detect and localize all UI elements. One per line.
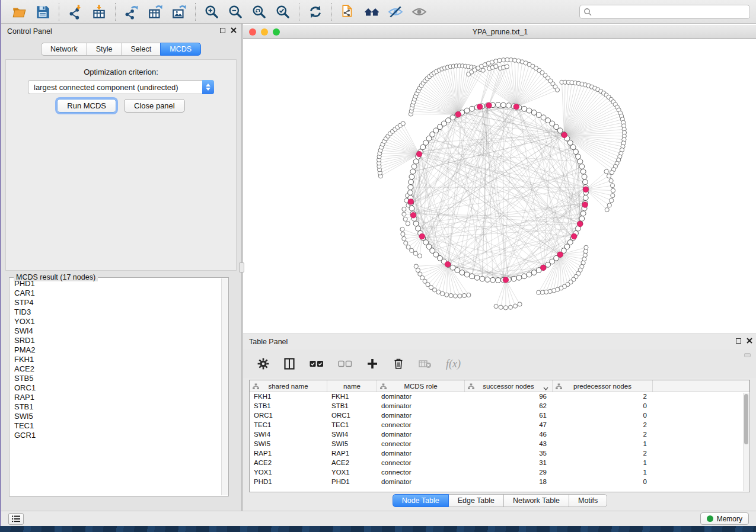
refresh-button[interactable] <box>304 2 327 22</box>
mcds-result-item[interactable]: STP4 <box>11 298 221 307</box>
close-panel-icon[interactable] <box>231 27 237 33</box>
cell-predecessor-nodes: 2 <box>553 449 653 459</box>
cell-name: ORC1 <box>327 411 377 421</box>
cell-shared-name: STB1 <box>250 402 327 411</box>
tab-select[interactable]: Select <box>122 43 161 56</box>
zoom-selected-button[interactable] <box>271 2 295 22</box>
hierarchy-icon <box>253 383 259 390</box>
column-header-name[interactable]: name <box>327 380 377 392</box>
float-panel-icon[interactable] <box>736 338 741 344</box>
network-graph[interactable] <box>243 39 756 334</box>
toolbar-separator <box>331 3 332 21</box>
mcds-result-item[interactable]: SWI4 <box>11 326 221 336</box>
export-image-button[interactable] <box>167 2 191 22</box>
eye-button[interactable] <box>407 2 431 22</box>
mcds-result-item[interactable]: STB1 <box>11 402 221 412</box>
mcds-result-list: PHD1CAR1STP4TID3YOX1SWI4SRD1PMA2FKH1ACE2… <box>11 279 221 495</box>
zoom-out-button[interactable] <box>224 2 247 22</box>
tab-node-table[interactable]: Node Table <box>393 494 449 507</box>
cell-MCDS-role: connector <box>377 459 465 468</box>
tab-edge-table[interactable]: Edge Table <box>448 494 504 507</box>
table-row[interactable]: PHD1PHD1dominator180 <box>250 477 749 487</box>
table-row[interactable]: TEC1TEC1connector472 <box>250 421 749 430</box>
table-row[interactable]: YOX1YOX1connector291 <box>250 468 749 477</box>
add-column-button[interactable] <box>366 358 378 370</box>
run-mcds-button[interactable]: Run MCDS <box>57 99 116 113</box>
horizontal-splitter-handle[interactable] <box>744 353 751 357</box>
table-panel-title: Table Panel <box>249 338 288 346</box>
mcds-result-group: MCDS result (17 nodes) PHD1CAR1STP4TID3Y… <box>9 277 229 496</box>
mcds-list-scrollbar[interactable] <box>221 278 228 495</box>
mcds-result-item[interactable]: GCR1 <box>11 431 221 440</box>
mcds-result-item[interactable]: STB5 <box>11 374 221 383</box>
table-row[interactable]: ACE2ACE2connector311 <box>250 459 749 468</box>
vertical-splitter-handle[interactable] <box>239 262 244 273</box>
mcds-result-item[interactable]: YOX1 <box>11 317 221 326</box>
dropdown-stepper-icon <box>202 80 214 94</box>
table-row[interactable]: STB1STB1dominator620 <box>250 402 749 411</box>
task-history-button[interactable] <box>8 513 24 525</box>
table-settings-button[interactable] <box>257 358 269 370</box>
homes-button[interactable] <box>360 2 384 22</box>
export-table-button[interactable] <box>143 2 167 22</box>
mcds-result-item[interactable]: ORC1 <box>11 383 221 393</box>
table-row[interactable]: ORC1ORC1dominator610 <box>250 411 749 421</box>
network-titlebar: YPA_prune.txt_1 <box>243 25 756 39</box>
open-folder-button[interactable] <box>7 2 31 22</box>
mcds-result-item[interactable]: SWI5 <box>11 412 221 421</box>
save-button[interactable] <box>31 2 55 22</box>
import-table-button[interactable] <box>87 2 111 22</box>
import-network-button[interactable] <box>63 2 87 22</box>
delete-column-button[interactable] <box>393 358 404 370</box>
tab-motifs[interactable]: Motifs <box>569 494 607 507</box>
mcds-result-item[interactable]: FKH1 <box>11 355 221 364</box>
open-folder-icon <box>11 4 27 20</box>
tab-network-table[interactable]: Network Table <box>503 494 569 507</box>
sort-desc-icon <box>543 387 548 390</box>
table-row[interactable]: SWI5SWI5connector431 <box>250 440 749 449</box>
network-canvas[interactable] <box>243 39 756 334</box>
mcds-result-item[interactable]: SRD1 <box>11 336 221 345</box>
network-title: YPA_prune.txt_1 <box>243 28 756 36</box>
tab-network[interactable]: Network <box>41 43 87 56</box>
function-builder-button[interactable]: f(x) <box>446 358 461 370</box>
table-panel-header: Table Panel <box>243 334 756 350</box>
zoom-in-button[interactable] <box>200 2 224 22</box>
column-header-shared-name[interactable]: shared name <box>250 380 327 392</box>
mcds-result-item[interactable]: PMA2 <box>11 345 221 355</box>
delete-table-button[interactable] <box>419 359 432 368</box>
table-row[interactable]: RAP1RAP1dominator352 <box>250 449 749 459</box>
status-bar: Memory <box>1 511 756 526</box>
mcds-result-item[interactable]: PHD1 <box>11 279 221 289</box>
mcds-result-item[interactable]: TEC1 <box>11 421 221 431</box>
search-input[interactable] <box>594 7 746 17</box>
cell-name: SWI5 <box>327 440 377 449</box>
close-panel-button[interactable]: Close panel <box>124 99 185 113</box>
column-header-predecessor-nodes[interactable]: predecessor nodes <box>553 380 653 392</box>
eye-slash-button[interactable] <box>384 2 407 22</box>
column-header-successor-nodes[interactable]: successor nodes <box>465 380 553 392</box>
export-network-button[interactable] <box>120 2 143 22</box>
deselect-all-button[interactable] <box>338 360 352 367</box>
memory-button[interactable]: Memory <box>700 512 749 525</box>
tab-mcds[interactable]: MCDS <box>160 43 201 56</box>
mcds-result-item[interactable]: CAR1 <box>11 289 221 298</box>
tab-style[interactable]: Style <box>87 43 122 56</box>
table-row[interactable]: FKH1FKH1dominator962 <box>250 392 749 402</box>
mcds-result-item[interactable]: RAP1 <box>11 393 221 402</box>
criterion-dropdown[interactable]: largest connected component (undirected) <box>28 80 214 94</box>
control-panel-title: Control Panel <box>7 27 52 36</box>
table-scrollbar-thumb[interactable] <box>744 394 748 444</box>
close-panel-icon[interactable] <box>747 338 752 344</box>
mcds-result-item[interactable]: ACE2 <box>11 364 221 374</box>
column-view-button[interactable] <box>283 358 295 370</box>
mcds-result-item[interactable]: TID3 <box>11 307 221 317</box>
select-all-button[interactable] <box>310 360 324 367</box>
table-row[interactable]: SWI4SWI4dominator462 <box>250 430 749 440</box>
table-scrollbar[interactable] <box>743 393 749 491</box>
column-header-MCDS-role[interactable]: MCDS role <box>377 380 465 392</box>
save-icon <box>35 4 50 20</box>
copy-network-button[interactable] <box>336 2 360 22</box>
float-panel-icon[interactable] <box>220 28 225 33</box>
zoom-fit-button[interactable] <box>247 2 271 22</box>
